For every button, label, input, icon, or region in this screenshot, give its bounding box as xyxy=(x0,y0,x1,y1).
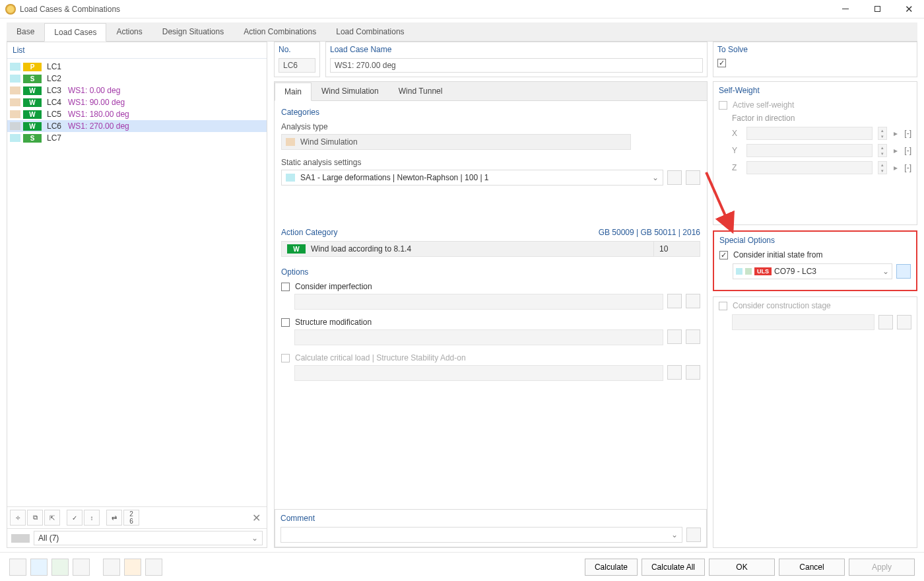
minimize-button[interactable] xyxy=(836,2,855,17)
calculate-button[interactable]: Calculate xyxy=(585,559,638,576)
no-value[interactable]: LC6 xyxy=(279,58,315,73)
footer-tool-7[interactable] xyxy=(145,559,162,576)
tab-actions[interactable]: Actions xyxy=(106,22,152,41)
loadcase-name: WS1: 180.00 deg xyxy=(68,110,129,119)
wind-badge-icon: W xyxy=(287,244,306,254)
critical-load-new xyxy=(667,365,682,380)
tab-load-cases[interactable]: Load Cases xyxy=(44,23,106,42)
loadcase-id: LC5 xyxy=(47,110,65,119)
initial-state-edit-button[interactable] xyxy=(896,264,911,279)
footer-tool-2[interactable] xyxy=(30,559,48,576)
comment-combo[interactable]: ⌄ xyxy=(280,527,682,543)
initial-state-checkbox[interactable] xyxy=(719,251,728,259)
color-swatch-icon xyxy=(10,75,20,83)
imperfection-checkbox[interactable] xyxy=(281,283,290,291)
construction-stage-label: Consider construction stage xyxy=(733,301,831,310)
construction-stage-new xyxy=(878,315,893,329)
window: Load Cases & Combinations ✕ Base Load Ca… xyxy=(0,0,924,581)
footer-tool-4[interactable] xyxy=(73,559,90,576)
list-tool-export[interactable]: ⇱ xyxy=(44,510,60,526)
list-header: List xyxy=(7,42,267,59)
list-tool-delete[interactable]: ✕ xyxy=(248,510,264,526)
loadcase-list[interactable]: P LC1 S LC2 W LC3 WS1: 0.00 deg W LC4 WS… xyxy=(7,59,267,506)
filter-value: All (7) xyxy=(38,533,59,543)
structure-mod-new[interactable] xyxy=(667,329,682,344)
loadcase-id: LC7 xyxy=(47,133,65,143)
list-tool-check[interactable]: ✓ xyxy=(67,510,82,526)
imperfection-new[interactable] xyxy=(667,294,682,308)
tab-base[interactable]: Base xyxy=(7,22,44,41)
list-item[interactable]: W LC6 WS1: 270.00 deg xyxy=(7,120,267,132)
construction-stage-edit xyxy=(897,315,911,329)
structure-mod-checkbox[interactable] xyxy=(281,318,290,327)
list-tool-new[interactable]: ✧ xyxy=(10,510,26,526)
no-field: No. LC6 xyxy=(274,42,320,77)
initial-state-label: Consider initial state from xyxy=(733,250,822,259)
analysis-type-label: Analysis type xyxy=(281,122,700,131)
subtab-main[interactable]: Main xyxy=(275,83,312,101)
cancel-button[interactable]: Cancel xyxy=(779,559,845,576)
comment-header: Comment xyxy=(280,514,701,523)
imperfection-field[interactable] xyxy=(294,294,663,310)
critical-load-edit xyxy=(686,365,700,380)
list-item[interactable]: S LC7 xyxy=(7,132,267,144)
structure-mod-label: Structure modification xyxy=(295,318,372,327)
main-panel: Main Wind Simulation Wind Tunnel Categor… xyxy=(274,81,708,548)
loadcase-id: LC3 xyxy=(47,86,65,95)
subtab-wind-tunnel[interactable]: Wind Tunnel xyxy=(389,82,453,100)
list-filter: All (7) ⌄ xyxy=(7,528,267,547)
footer-tool-3[interactable] xyxy=(51,559,69,576)
construction-stage-field xyxy=(732,314,874,330)
category-badge: W xyxy=(23,98,42,107)
list-item[interactable]: W LC4 WS1: 90.00 deg xyxy=(7,96,267,108)
close-button[interactable]: ✕ xyxy=(899,2,919,17)
window-title: Load Cases & Combinations xyxy=(20,5,836,14)
structure-mod-field[interactable] xyxy=(294,329,663,345)
structure-mod-edit[interactable] xyxy=(686,329,700,344)
initial-state-combo[interactable]: ULS CO79 - LC3 ⌄ xyxy=(733,263,892,279)
calculate-all-button[interactable]: Calculate All xyxy=(642,559,705,576)
footer-tool-6[interactable] xyxy=(124,559,141,576)
arrow-icon: ▸ xyxy=(892,129,899,138)
list-toolbar: ✧ ⧉ ⇱ ✓ ↕ ⇄ 26 ✕ xyxy=(7,506,267,528)
loadcase-id: LC1 xyxy=(47,62,65,71)
tab-design-situations[interactable]: Design Situations xyxy=(152,22,234,41)
list-item[interactable]: W LC5 WS1: 180.00 deg xyxy=(7,108,267,120)
cyan-swatch-icon xyxy=(736,268,742,275)
filter-combo[interactable]: All (7) ⌄ xyxy=(34,531,263,545)
maximize-button[interactable] xyxy=(867,2,887,17)
special-options-box: Special Options Consider initial state f… xyxy=(713,230,917,291)
self-weight-box: Self-Weight Active self-weight Factor in… xyxy=(713,81,917,225)
static-new-button[interactable] xyxy=(667,170,682,185)
list-panel: List P LC1 S LC2 W LC3 WS1: 0.00 deg W L… xyxy=(7,42,267,548)
list-item[interactable]: P LC1 xyxy=(7,61,267,73)
axis-y-label: Y xyxy=(732,146,741,155)
color-swatch-icon xyxy=(10,98,20,106)
category-badge: P xyxy=(23,63,42,71)
footer-tool-1[interactable] xyxy=(9,559,26,576)
arrow-icon: ▸ xyxy=(892,163,899,172)
list-tool-link[interactable]: ⇄ xyxy=(106,510,122,526)
static-settings-label: Static analysis settings xyxy=(281,158,700,167)
footer-tool-5[interactable] xyxy=(103,559,120,576)
construction-stage-box: Consider construction stage xyxy=(713,296,917,548)
list-item[interactable]: S LC2 xyxy=(7,73,267,85)
imperfection-edit[interactable] xyxy=(686,294,700,308)
tab-load-combinations[interactable]: Load Combinations xyxy=(326,22,414,41)
static-settings-combo[interactable]: SA1 - Large deformations | Newton-Raphso… xyxy=(281,170,663,186)
color-swatch-icon xyxy=(10,122,20,130)
factor-header: Factor in direction xyxy=(732,114,911,123)
imperfection-label: Consider imperfection xyxy=(295,282,372,291)
comment-box: Comment ⌄ xyxy=(275,509,707,547)
comment-edit-button[interactable] xyxy=(686,528,701,542)
list-item[interactable]: W LC3 WS1: 0.00 deg xyxy=(7,85,267,96)
tab-action-combinations[interactable]: Action Combinations xyxy=(234,22,326,41)
list-tool-renum[interactable]: 26 xyxy=(123,510,139,526)
name-input[interactable]: WS1: 270.00 deg xyxy=(330,58,703,73)
solve-checkbox[interactable] xyxy=(717,59,726,67)
static-edit-button[interactable] xyxy=(686,170,700,185)
ok-button[interactable]: OK xyxy=(709,559,775,576)
list-tool-copy[interactable]: ⧉ xyxy=(27,510,43,526)
subtab-wind-simulation[interactable]: Wind Simulation xyxy=(312,82,389,100)
list-tool-sort[interactable]: ↕ xyxy=(84,510,100,526)
